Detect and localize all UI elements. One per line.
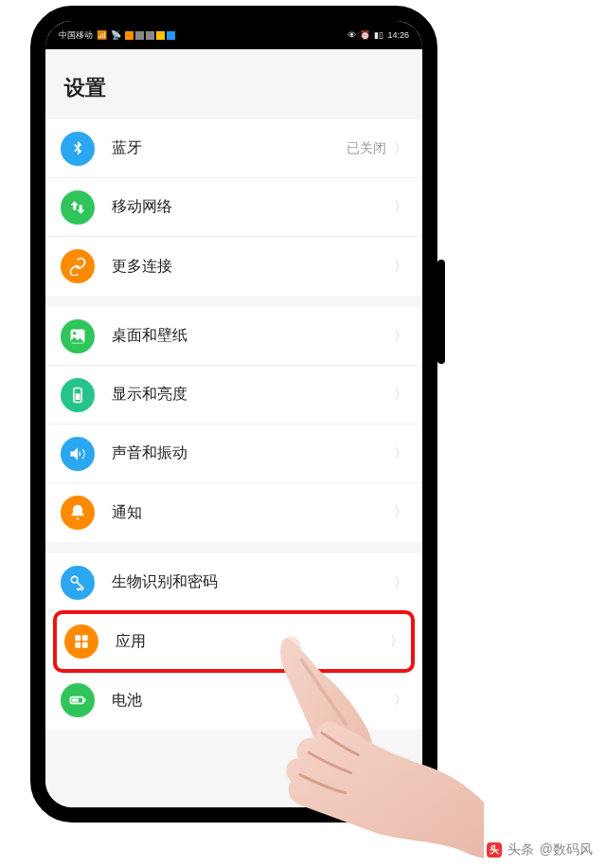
chevron-right-icon: 〉 <box>394 574 407 591</box>
bell-icon <box>61 496 95 530</box>
apps-icon <box>64 624 98 659</box>
watermark-author: @数码风 <box>540 841 593 859</box>
svg-point-1 <box>73 332 76 335</box>
settings-group-security: 生物识别和密码 〉 应用 〉 电池 〉 <box>45 553 422 730</box>
settings-item-label: 电池 <box>112 691 394 711</box>
link-icon <box>61 249 95 283</box>
svg-rect-10 <box>84 698 86 701</box>
battery-icon <box>61 683 95 717</box>
settings-item-label: 应用 <box>116 632 390 652</box>
settings-item-label: 声音和振动 <box>112 443 394 463</box>
settings-item-apps[interactable]: 应用 〉 <box>53 610 415 673</box>
settings-group-display: 桌面和壁纸 〉 显示和亮度 〉 声音和振动 〉 <box>45 307 422 542</box>
settings-item-notifications[interactable]: 通知 〉 <box>45 483 422 542</box>
settings-item-biometrics[interactable]: 生物识别和密码 〉 <box>45 553 422 612</box>
carrier-text: 中国移动 <box>59 29 93 42</box>
settings-item-label: 移动网络 <box>112 197 394 217</box>
chevron-right-icon: 〉 <box>394 199 407 216</box>
settings-item-label: 显示和亮度 <box>112 385 394 405</box>
settings-item-value: 已关闭 <box>347 140 386 157</box>
svg-rect-6 <box>82 635 88 641</box>
settings-item-label: 生物识别和密码 <box>112 572 394 592</box>
phone-frame: 中国移动 📶 📡 👁 ⏰ ▮▯ 14:26 设置 蓝牙 已关闭 〉 <box>30 6 437 823</box>
settings-group-connectivity: 蓝牙 已关闭 〉 移动网络 〉 更多连接 〉 <box>45 119 422 296</box>
chevron-right-icon: 〉 <box>394 504 407 521</box>
settings-item-battery[interactable]: 电池 〉 <box>45 671 422 730</box>
settings-item-label: 蓝牙 <box>112 138 347 158</box>
svg-rect-5 <box>75 635 80 641</box>
chevron-right-icon: 〉 <box>394 328 407 345</box>
mobile-network-icon <box>61 190 95 225</box>
chevron-right-icon: 〉 <box>394 140 407 157</box>
settings-item-label: 更多连接 <box>112 257 394 277</box>
svg-rect-7 <box>75 642 80 648</box>
settings-item-label: 桌面和壁纸 <box>112 326 394 346</box>
key-icon <box>61 566 95 600</box>
status-bar: 中国移动 📶 📡 👁 ⏰ ▮▯ 14:26 <box>45 21 422 49</box>
eye-icon: 👁 <box>348 30 356 40</box>
svg-rect-11 <box>72 698 79 701</box>
chevron-right-icon: 〉 <box>394 445 407 462</box>
settings-item-wallpaper[interactable]: 桌面和壁纸 〉 <box>45 307 422 366</box>
watermark-icon: 头 <box>487 842 502 858</box>
brightness-icon <box>61 378 95 412</box>
watermark: 头 头条 @数码风 <box>487 841 593 859</box>
chevron-right-icon: 〉 <box>390 633 403 650</box>
bluetooth-icon <box>61 132 95 166</box>
settings-item-bluetooth[interactable]: 蓝牙 已关闭 〉 <box>45 119 422 178</box>
settings-item-more-connections[interactable]: 更多连接 〉 <box>45 237 422 296</box>
chevron-right-icon: 〉 <box>394 258 407 275</box>
wifi-icon: 📡 <box>111 30 121 40</box>
settings-item-mobile-network[interactable]: 移动网络 〉 <box>45 178 422 237</box>
svg-rect-8 <box>82 642 88 648</box>
signal-icon: 📶 <box>97 30 107 40</box>
watermark-prefix: 头条 <box>508 841 534 859</box>
notification-icons <box>125 31 175 40</box>
battery-icon: ▮▯ <box>374 30 383 40</box>
page-title: 设置 <box>45 49 422 119</box>
chevron-right-icon: 〉 <box>394 692 407 709</box>
svg-point-4 <box>71 576 78 583</box>
svg-rect-3 <box>76 393 80 400</box>
settings-item-sound[interactable]: 声音和振动 〉 <box>45 425 422 483</box>
settings-item-label: 通知 <box>112 503 394 523</box>
alarm-icon: ⏰ <box>360 30 370 40</box>
settings-content: 设置 蓝牙 已关闭 〉 移动网络 〉 <box>45 49 422 807</box>
sound-icon <box>61 437 95 471</box>
status-time: 14:26 <box>387 30 409 40</box>
chevron-right-icon: 〉 <box>394 387 407 404</box>
settings-item-display-brightness[interactable]: 显示和亮度 〉 <box>45 366 422 425</box>
image-icon <box>61 319 95 353</box>
